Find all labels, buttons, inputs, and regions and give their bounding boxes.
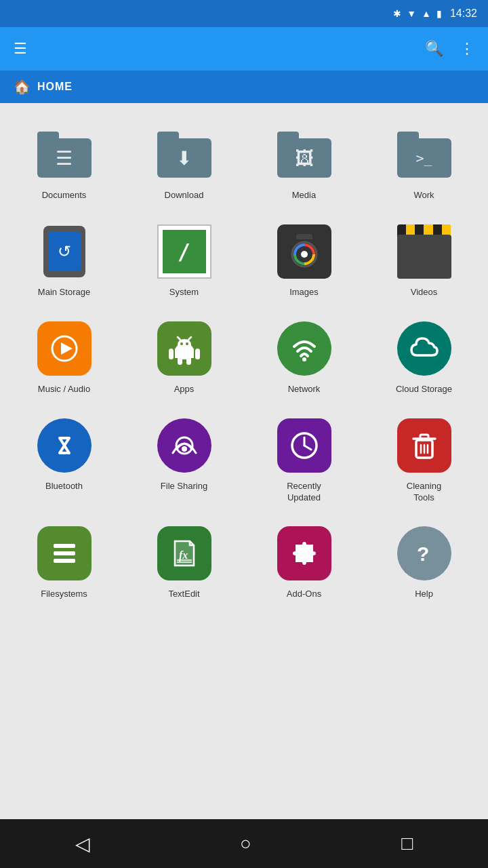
bluetooth-symbol-icon bbox=[47, 429, 81, 462]
documents-folder-icon: ☰ bbox=[37, 132, 92, 178]
question-mark-icon: ? bbox=[407, 536, 441, 570]
images-icon-wrap bbox=[276, 223, 333, 280]
cloud-storage-icon-wrap bbox=[396, 320, 453, 377]
grid-item-add-ons[interactable]: Add-Ons bbox=[247, 515, 361, 607]
file-sharing-icon-wrap bbox=[156, 417, 213, 474]
system-slash-icon: / bbox=[178, 239, 190, 264]
cloud-storage-label: Cloud Storage bbox=[396, 384, 452, 395]
filesystems-label: Filesystems bbox=[41, 589, 87, 600]
svg-point-2 bbox=[301, 251, 308, 258]
camera-lens-icon bbox=[289, 239, 319, 269]
network-label: Network bbox=[288, 384, 321, 395]
svg-rect-7 bbox=[175, 354, 194, 357]
grid-item-media[interactable]: 🖼 Media bbox=[247, 117, 361, 208]
hamburger-menu-icon[interactable]: ☰ bbox=[14, 40, 27, 58]
search-icon[interactable]: 🔍 bbox=[425, 40, 443, 58]
grid-item-cloud-storage[interactable]: Cloud Storage bbox=[367, 311, 481, 402]
grid-item-work[interactable]: >_ Work bbox=[367, 117, 481, 208]
grid-item-download[interactable]: ⬇ Download bbox=[127, 117, 241, 208]
wifi-icon bbox=[287, 332, 321, 366]
work-folder-icon: >_ bbox=[397, 132, 451, 178]
system-icon-wrap: / bbox=[156, 223, 213, 280]
textedit-label: TextEdit bbox=[168, 589, 199, 600]
file-sharing-icon bbox=[157, 418, 211, 473]
top-bar-right: 🔍 ⋮ bbox=[425, 40, 474, 58]
documents-icon-wrap: ☰ bbox=[36, 126, 93, 183]
grid-item-main-storage[interactable]: ↺ Main Storage bbox=[7, 214, 121, 305]
grid-item-system[interactable]: / System bbox=[127, 214, 241, 305]
download-folder-icon: ⬇ bbox=[157, 132, 211, 178]
svg-marker-4 bbox=[61, 342, 73, 355]
grid-item-textedit[interactable]: fx TextEdit bbox=[127, 515, 241, 607]
add-ons-icon bbox=[277, 526, 331, 580]
grid-item-cleaning-tools[interactable]: CleaningTools bbox=[367, 408, 481, 511]
clock-icon bbox=[288, 429, 321, 462]
documents-folder-inner: ☰ bbox=[56, 147, 73, 170]
back-button[interactable]: ◁ bbox=[62, 826, 104, 862]
grid-item-filesystems[interactable]: Filesystems bbox=[7, 515, 121, 607]
bluetooth-icon-wrap bbox=[36, 417, 93, 474]
trash-icon bbox=[408, 429, 441, 462]
cleaning-tools-icon bbox=[397, 418, 451, 473]
media-folder-icon: 🖼 bbox=[277, 132, 331, 178]
svg-rect-31 bbox=[54, 559, 75, 563]
grid-item-file-sharing[interactable]: File Sharing bbox=[127, 408, 241, 511]
grid-item-images[interactable]: Images bbox=[247, 214, 361, 305]
documents-label: Documents bbox=[42, 190, 87, 201]
media-folder-inner: 🖼 bbox=[295, 147, 314, 170]
textedit-symbol-icon: fx bbox=[168, 537, 201, 570]
main-storage-icon: ↺ bbox=[37, 224, 92, 279]
videos-label: Videos bbox=[411, 287, 438, 298]
images-label: Images bbox=[289, 287, 319, 298]
recent-button[interactable]: □ bbox=[388, 826, 426, 861]
top-bar-left: ☰ bbox=[14, 40, 27, 58]
download-folder-inner: ⬇ bbox=[176, 147, 192, 170]
signal-status-icon: ▲ bbox=[422, 8, 431, 19]
grid-item-apps[interactable]: Apps bbox=[127, 311, 241, 402]
grid-item-network[interactable]: Network bbox=[247, 311, 361, 402]
svg-point-17 bbox=[302, 357, 306, 361]
grid-item-recently-updated[interactable]: RecentlyUpdated bbox=[247, 408, 361, 511]
svg-rect-13 bbox=[169, 349, 174, 359]
grid-item-bluetooth[interactable]: Bluetooth bbox=[7, 408, 121, 511]
svg-point-10 bbox=[186, 342, 188, 345]
apps-icon bbox=[157, 321, 211, 376]
svg-rect-30 bbox=[54, 551, 75, 555]
add-ons-label: Add-Ons bbox=[287, 589, 321, 600]
status-bar: ✱ ▼ ▲ ▮ 14:32 bbox=[0, 0, 488, 27]
recently-updated-icon bbox=[277, 418, 331, 473]
work-icon-wrap: >_ bbox=[396, 126, 453, 183]
filesystems-symbol-icon bbox=[48, 537, 81, 570]
images-camera-icon bbox=[277, 224, 331, 279]
grid-item-music-audio[interactable]: Music / Audio bbox=[7, 311, 121, 402]
svg-text:?: ? bbox=[417, 542, 429, 565]
download-label: Download bbox=[165, 190, 204, 201]
android-icon bbox=[168, 332, 201, 365]
svg-line-12 bbox=[188, 337, 191, 340]
svg-rect-16 bbox=[186, 357, 191, 365]
recently-updated-icon-wrap bbox=[276, 417, 333, 474]
more-options-icon[interactable]: ⋮ bbox=[460, 40, 474, 58]
svg-rect-14 bbox=[195, 349, 200, 359]
grid-item-documents[interactable]: ☰ Documents bbox=[7, 117, 121, 208]
music-audio-label: Music / Audio bbox=[38, 384, 90, 395]
svg-rect-25 bbox=[420, 435, 428, 439]
grid-item-help[interactable]: ? Help bbox=[367, 515, 481, 607]
refresh-icon: ↺ bbox=[58, 242, 71, 261]
network-icon bbox=[277, 321, 331, 376]
network-icon-wrap bbox=[276, 320, 333, 377]
file-sharing-label: File Sharing bbox=[161, 481, 207, 492]
filesystems-icon bbox=[37, 526, 92, 580]
grid-item-videos[interactable]: Videos bbox=[367, 214, 481, 305]
status-time: 14:32 bbox=[450, 7, 477, 20]
battery-status-icon: ▮ bbox=[436, 8, 442, 19]
videos-icon-wrap bbox=[396, 223, 453, 280]
work-folder-inner: >_ bbox=[415, 150, 432, 166]
system-label: System bbox=[169, 287, 199, 298]
main-storage-label: Main Storage bbox=[38, 287, 90, 298]
home-button[interactable]: ○ bbox=[226, 826, 265, 861]
recently-updated-label: RecentlyUpdated bbox=[287, 481, 321, 504]
breadcrumb-label: Home bbox=[37, 81, 73, 93]
bottom-nav: ◁ ○ □ bbox=[0, 819, 488, 868]
download-icon-wrap: ⬇ bbox=[156, 126, 213, 183]
